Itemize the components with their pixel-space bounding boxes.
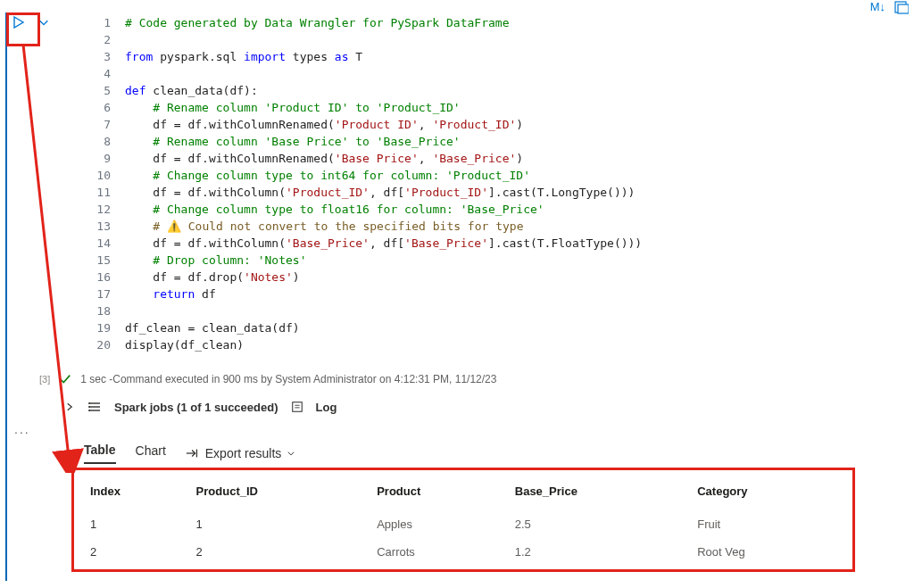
export-icon [186, 447, 200, 460]
column-header[interactable]: Base_Price [508, 476, 690, 510]
table-row[interactable]: 22Carrots1.2Root Veg [83, 538, 843, 566]
table-row[interactable]: 11Apples2.5Fruit [83, 510, 843, 538]
spark-jobs-icon [87, 400, 102, 414]
run-button-highlight [6, 12, 40, 46]
column-header[interactable]: Product_ID [189, 476, 370, 510]
log-label[interactable]: Log [316, 401, 337, 414]
code-gutter: 1234567891011121314151617181920 [79, 14, 111, 353]
svg-point-9 [88, 406, 90, 408]
results-table: IndexProduct_IDProductBase_PriceCategory… [83, 476, 843, 566]
code-editor[interactable]: # Code generated by Data Wrangler for Py… [125, 14, 905, 353]
column-header[interactable]: Index [83, 476, 189, 510]
execution-status-text: 1 sec -Command executed in 900 ms by Sys… [80, 373, 496, 385]
log-icon [291, 401, 303, 413]
svg-point-8 [88, 402, 90, 404]
spark-jobs-label[interactable]: Spark jobs (1 of 1 succeeded) [114, 401, 278, 414]
svg-rect-11 [292, 402, 302, 412]
results-highlight-box: IndexProduct_IDProductBase_PriceCategory… [71, 468, 855, 572]
export-chevron-icon[interactable] [287, 449, 295, 458]
svg-point-10 [88, 410, 90, 411]
more-actions[interactable]: ··· [14, 425, 30, 439]
export-results-button[interactable]: Export results [205, 446, 282, 460]
expand-chevron-icon[interactable] [64, 402, 75, 412]
success-check-icon [59, 373, 71, 385]
execution-count: [3] [39, 374, 50, 385]
tab-chart[interactable]: Chart [136, 443, 166, 463]
column-header[interactable]: Category [690, 476, 843, 510]
column-header[interactable]: Product [370, 476, 508, 510]
tab-table[interactable]: Table [84, 443, 116, 464]
